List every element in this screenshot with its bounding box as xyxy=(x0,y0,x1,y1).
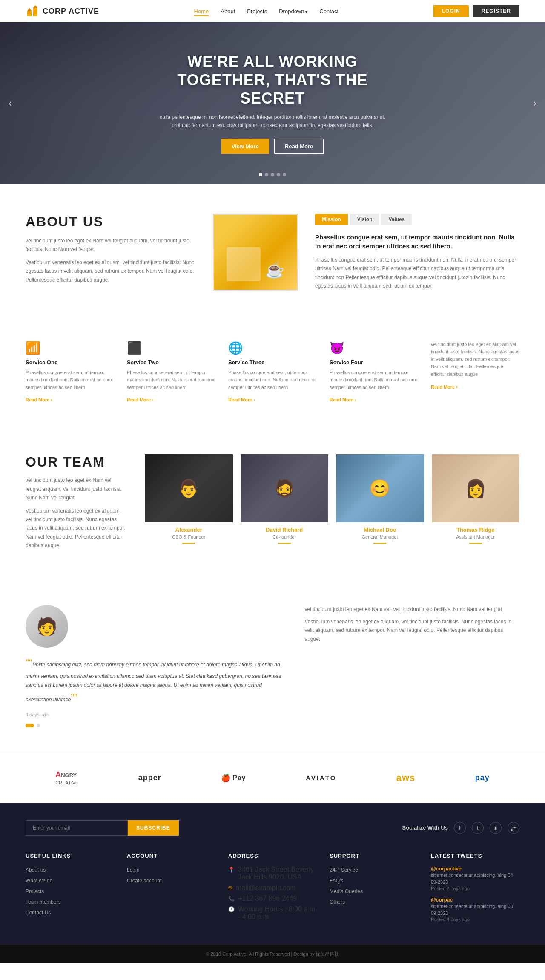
tweet-2: @corpac sit amet consectetur adipiscing.… xyxy=(431,897,519,922)
nav-projects[interactable]: Projects xyxy=(247,7,267,15)
address-item-3: 📞 +112 367 896 2449 xyxy=(228,895,317,902)
support-media[interactable]: Media Queries xyxy=(330,887,418,895)
team-card-3: 😊 Michael Doe General Manager xyxy=(336,454,424,547)
footer-login[interactable]: Login xyxy=(127,866,215,873)
service-5-link[interactable]: Read More xyxy=(431,384,458,389)
footer-subscribe-button[interactable]: SUBSCRIBE xyxy=(128,820,179,836)
footer-top: SUBSCRIBE Socialize With Us f t in g+ US… xyxy=(0,803,545,945)
testimonial-right: vel tincidunt justo leo eget ex Nam vel,… xyxy=(304,605,519,647)
footer-link-about[interactable]: About us xyxy=(26,866,114,873)
support-faq[interactable]: FAQ's xyxy=(330,876,418,884)
footer-create-account[interactable]: Create account xyxy=(127,876,215,884)
tweet-1-time: Posted 2 days ago xyxy=(431,886,519,891)
footer-email-input[interactable] xyxy=(26,820,128,836)
footer-link-contact[interactable]: Contact Us xyxy=(26,908,114,916)
team-divider-4 xyxy=(469,543,482,544)
team-role-2: Co-founder xyxy=(241,534,329,539)
service-3-title: Service Three xyxy=(228,359,317,366)
footer-link-team[interactable]: Team members xyxy=(26,898,114,905)
service-2-link[interactable]: Read More xyxy=(127,397,154,402)
hero-dots xyxy=(259,173,286,176)
team-name-1: Alexander xyxy=(145,527,233,533)
hero-section: ‹ › WE'RE ALL WORKING TOGETHER, THAT'S T… xyxy=(0,22,545,184)
address-text-1: 3461 Jack Street Beverly Jack Hills 9020… xyxy=(238,866,317,881)
nav-home[interactable]: Home xyxy=(194,7,209,15)
register-button[interactable]: REGISTER xyxy=(473,5,519,17)
twitter-icon[interactable]: t xyxy=(472,822,484,834)
service-2-title: Service Two xyxy=(127,359,215,366)
partner-4: AVIATO xyxy=(306,774,336,781)
tab-values[interactable]: Values xyxy=(382,214,411,225)
service-4-title: Service Four xyxy=(330,359,418,366)
svg-rect-1 xyxy=(33,8,37,16)
service-3-text: Phasellus congue erat sem, ut tempor mau… xyxy=(228,369,317,392)
login-button[interactable]: LOGIN xyxy=(433,5,469,17)
linkedin-icon[interactable]: in xyxy=(490,822,502,834)
brand-logo-icon xyxy=(26,4,39,18)
footer-social: Socialize With Us f t in g+ xyxy=(402,822,519,834)
partner-6: pay xyxy=(475,773,490,782)
support-247[interactable]: 24/7 Service xyxy=(330,866,418,873)
service-4-link[interactable]: Read More xyxy=(330,397,356,402)
nav-contact[interactable]: Contact xyxy=(319,7,338,15)
location-icon: 📍 xyxy=(228,867,235,873)
navbar-buttons: LOGIN REGISTER xyxy=(433,5,519,17)
team-role-3: General Manager xyxy=(336,534,424,539)
hero-dot-3[interactable] xyxy=(271,173,274,176)
team-photo-1: 👨 xyxy=(145,454,233,522)
support-others[interactable]: Others xyxy=(330,898,418,905)
partner-3: 🍎 Pay xyxy=(221,773,246,783)
services-section: 📶 Service One Phasellus congue erat sem,… xyxy=(0,324,545,429)
hero-prev-arrow[interactable]: ‹ xyxy=(9,97,12,109)
footer-bottom: © 2018 Corp Active. All Rights Reserved … xyxy=(0,945,545,963)
service-1-link[interactable]: Read More xyxy=(26,397,52,402)
team-name-4: Thomas Ridge xyxy=(432,527,520,533)
hero-dot-1[interactable] xyxy=(259,173,262,176)
footer-link-whatwedo[interactable]: What we do xyxy=(26,876,114,884)
useful-links-title: USEFUL LINKS xyxy=(26,853,114,859)
address-item-4: 🕐 Working Hours : 8:00 a.m - 4:00 p.m xyxy=(228,905,317,921)
facebook-icon[interactable]: f xyxy=(454,822,466,834)
testimonial-dot-2[interactable] xyxy=(37,724,40,727)
tab-mission[interactable]: Mission xyxy=(315,214,348,225)
service-4-icon: 😈 xyxy=(330,341,418,355)
about-tabs: Mission Vision Values xyxy=(315,214,519,225)
about-text-1: vel tincidunt justo leo eget ex Nam vel … xyxy=(26,236,196,254)
service-card-1: 📶 Service One Phasellus congue erat sem,… xyxy=(26,341,114,404)
clock-icon: 🕐 xyxy=(228,906,235,912)
about-right-title: Phasellus congue erat sem, ut tempor mau… xyxy=(315,233,519,251)
address-phone: +112 367 896 2449 xyxy=(238,895,297,902)
team-name-2: David Richard xyxy=(241,527,329,533)
testimonial-time: 4 days ago xyxy=(26,712,283,717)
testimonial-dot-1[interactable] xyxy=(26,724,34,727)
team-photo-2: 🧔 xyxy=(241,454,329,522)
footer-address: ADDRESS 📍 3461 Jack Street Beverly Jack … xyxy=(228,853,317,928)
service-1-text: Phasellus congue erat sem, ut tempor mau… xyxy=(26,369,114,392)
footer-link-projects[interactable]: Projects xyxy=(26,887,114,895)
team-photo-4: 👩 xyxy=(432,454,520,522)
hero-dot-2[interactable] xyxy=(265,173,268,176)
about-left: ABOUT US vel tincidunt justo leo eget ex… xyxy=(26,214,196,288)
hero-dot-4[interactable] xyxy=(277,173,280,176)
testimonial-right-text-1: vel tincidunt justo leo eget ex Nam vel,… xyxy=(304,605,519,614)
hero-dot-5[interactable] xyxy=(283,173,286,176)
team-role-4: Assistant Manager xyxy=(432,534,520,539)
nav-about[interactable]: About xyxy=(221,7,235,15)
service-card-2: ⬛ Service Two Phasellus congue erat sem,… xyxy=(127,341,215,404)
navbar: CORP ACTIVE Home About Projects Dropdown… xyxy=(0,0,545,22)
hero-next-arrow[interactable]: › xyxy=(533,97,536,109)
support-title: SUPPORT xyxy=(330,853,418,859)
about-section: ABOUT US vel tincidunt justo leo eget ex… xyxy=(0,184,545,324)
footer-useful-links: USEFUL LINKS About us What we do Project… xyxy=(26,853,114,928)
service-5-text: vel tincidunt justo leo eget ex aliquam … xyxy=(431,341,519,378)
hero-view-more-button[interactable]: View More xyxy=(221,139,269,154)
testimonial-left: 🧑 Polite sadipscing elitz, sed diam nonu… xyxy=(26,605,283,727)
team-divider-2 xyxy=(278,543,291,544)
google-plus-icon[interactable]: g+ xyxy=(508,822,519,834)
hero-subtitle: nulla pellentesque mi non laoreet eleife… xyxy=(153,113,392,130)
service-1-title: Service One xyxy=(26,359,114,366)
service-3-link[interactable]: Read More xyxy=(228,397,255,402)
nav-dropdown[interactable]: Dropdown xyxy=(279,7,307,15)
tab-vision[interactable]: Vision xyxy=(350,214,379,225)
hero-read-more-button[interactable]: Read More xyxy=(274,139,324,154)
